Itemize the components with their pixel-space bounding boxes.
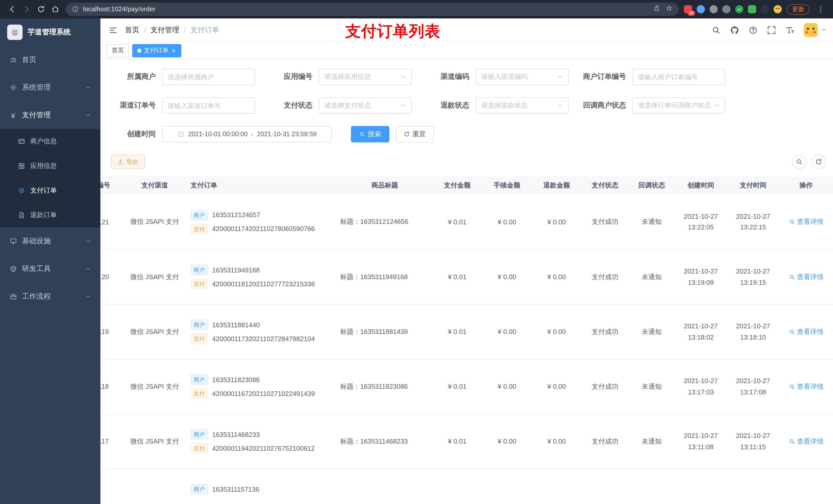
view-detail-link[interactable]: 查看详情 [789, 272, 824, 282]
target-icon [18, 187, 25, 194]
refresh-icon [815, 158, 822, 165]
pay-time: 2021-10-2713:11:15 [730, 430, 776, 452]
fullscreen-button[interactable] [764, 22, 779, 38]
merchant-order-line: 商户 1635312124657 [191, 210, 334, 220]
order-id: 121 [100, 218, 109, 226]
notify-status-label: 回调商户状态 [581, 101, 632, 110]
pay-status-select[interactable]: 请选择支付状态 [319, 97, 412, 114]
clock-icon [177, 130, 185, 138]
channel-order-no-input[interactable] [168, 102, 249, 110]
user-avatar[interactable] [804, 23, 818, 37]
channel-code-select[interactable]: 请输入渠道编码 [475, 69, 569, 85]
sidebar-item-merchant-info[interactable]: 商户信息 [0, 129, 100, 154]
sidebar-item-workflow[interactable]: 工作流程 [0, 283, 100, 310]
merchant-badge: 商户 [191, 265, 208, 275]
pay-channel: 微信 JSAPI 支付 [130, 218, 179, 225]
browser-extensions: 10 [684, 5, 782, 13]
notify-status-select[interactable]: 请选择订单回调商户状态 [632, 97, 725, 114]
url-text[interactable]: localhost:1024/pay/order [83, 6, 649, 13]
browser-home-button[interactable] [48, 2, 63, 16]
view-detail-link[interactable]: 查看详情 [789, 382, 824, 391]
breadcrumb-home[interactable]: 首页 [125, 25, 139, 34]
view-detail-link[interactable]: 查看详情 [789, 437, 824, 446]
merchant-order-no: 1635311881440 [212, 321, 260, 329]
extension-icon[interactable] [722, 5, 731, 13]
search-button[interactable]: 搜索 [351, 126, 389, 142]
extension-icon[interactable]: 10 [684, 5, 692, 13]
bookmark-star-icon[interactable] [665, 5, 673, 14]
refund-status-select[interactable]: 请选择退款状态 [475, 97, 569, 114]
pay-order-no: 4200001181202110277723215336 [212, 280, 315, 288]
extensions-pin-icon[interactable] [761, 5, 769, 13]
fee-amount: ¥ 0.00 [498, 383, 516, 390]
sidebar-item-dev-tools[interactable]: 研发工具 [0, 255, 100, 283]
pay-order-no: 4200001173202110272847982104 [212, 335, 315, 342]
browser-forward-button[interactable] [20, 2, 34, 16]
browser-menu-button[interactable] [813, 2, 828, 16]
sidebar-item-home[interactable]: 首页 [0, 46, 100, 74]
address-bar[interactable]: localhost:1024/pay/order [66, 3, 679, 16]
sidebar-item-system[interactable]: 系统管理 [0, 74, 100, 101]
merchant-order-no-input[interactable] [638, 73, 720, 81]
sidebar-item-app-info[interactable]: 应用信息 [0, 154, 100, 178]
pay-channel: 微信 JSAPI 支付 [130, 328, 179, 335]
collapse-sidebar-button[interactable] [105, 22, 121, 38]
extension-icon[interactable] [735, 5, 743, 13]
pay-order-line: 支付 4200001174202110278060590766 [191, 224, 334, 234]
filter-channel-order-no: 渠道订单号 [111, 97, 255, 114]
merchant-input[interactable] [168, 73, 249, 81]
extension-icon[interactable] [748, 5, 756, 13]
tab-pay-order[interactable]: 支付订单 [132, 44, 181, 57]
document-icon [18, 211, 25, 219]
pay-badge: 支付 [191, 443, 208, 453]
app-logo[interactable]: 芋道管理系统 [0, 19, 100, 46]
browser-back-button[interactable] [5, 2, 20, 16]
browser-reload-button[interactable] [34, 2, 48, 16]
extension-icon[interactable] [697, 5, 705, 13]
filter-merchant: 所属商户 [111, 69, 255, 85]
chevron-down-icon [557, 74, 563, 80]
help-button[interactable] [745, 22, 761, 38]
view-detail-link[interactable]: 查看详情 [789, 327, 824, 336]
check-icon [737, 7, 742, 12]
chevron-down-icon [85, 238, 91, 244]
order-id: 120 [100, 273, 109, 281]
merchant-label: 所属商户 [111, 72, 162, 81]
create-time-range-picker[interactable]: 2021-10-01 00:00:00 - 2021-10-31 23:59:5… [162, 126, 332, 142]
browser-profile-avatar[interactable] [774, 5, 782, 13]
grid-icon [18, 162, 25, 170]
search-icon [712, 25, 721, 34]
app-title: 芋道管理系统 [28, 28, 71, 37]
toggle-search-button[interactable] [792, 155, 806, 169]
export-button[interactable]: 导出 [111, 155, 145, 169]
merchant-order-no: 1635311823086 [212, 376, 260, 383]
browser-update-button[interactable]: 更新 [787, 4, 809, 15]
share-icon[interactable] [653, 5, 660, 14]
sidebar-item-payment[interactable]: ¥ 支付管理 [0, 101, 100, 129]
pay-badge: 支付 [191, 388, 208, 399]
font-size-button[interactable] [782, 22, 798, 38]
pay-order-no: 4200001167202110271022491439 [212, 389, 315, 397]
sidebar-item-pay-order[interactable]: 支付订单 [0, 178, 100, 203]
sidebar-item-infrastructure[interactable]: 基础设施 [0, 227, 100, 255]
pay-time: 2021-10-2713:22:15 [730, 211, 776, 233]
close-tab-icon[interactable] [171, 48, 176, 53]
breadcrumb: 首页 / 支付管理 / 支付订单 [125, 25, 219, 34]
sidebar-item-refund-order[interactable]: 退款订单 [0, 203, 100, 227]
download-icon [117, 159, 123, 165]
create-time: 2021-10-2713:17:03 [678, 376, 724, 398]
site-info-icon[interactable] [72, 6, 79, 13]
pay-status-label: 支付状态 [267, 101, 319, 110]
tab-home[interactable]: 首页 [106, 44, 129, 57]
user-menu-caret-icon[interactable] [821, 25, 827, 34]
header-actions [709, 22, 827, 38]
view-detail-link[interactable]: 查看详情 [789, 217, 824, 226]
breadcrumb-payment[interactable]: 支付管理 [151, 25, 179, 34]
header-search-button[interactable] [709, 22, 724, 38]
reset-button[interactable]: 重置 [396, 126, 434, 142]
app-no-select[interactable]: 请选择应用信息 [319, 69, 412, 85]
extension-icon[interactable] [710, 5, 718, 13]
app-no-label: 应用编号 [267, 72, 319, 81]
github-link[interactable] [727, 22, 742, 38]
refresh-table-button[interactable] [811, 155, 826, 169]
